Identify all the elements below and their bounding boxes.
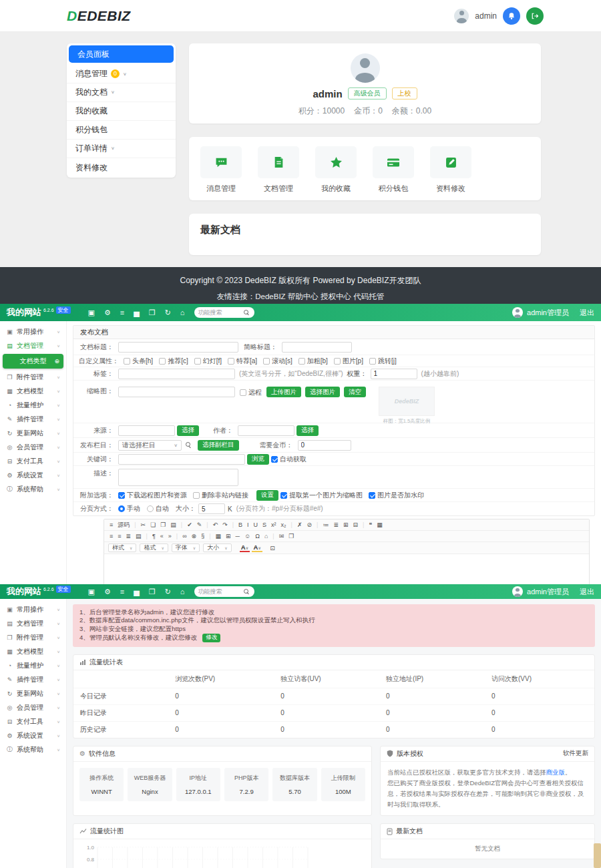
attr-checkbox[interactable]: 头条[h] xyxy=(124,357,153,366)
security-badge[interactable]: 安全 xyxy=(56,306,71,314)
editor-tool-button[interactable]: ≡ xyxy=(116,533,122,539)
editor-style-select[interactable]: 样式∨ xyxy=(108,544,136,552)
admin-avatar-icon[interactable] xyxy=(512,307,523,318)
coin-input[interactable] xyxy=(298,440,351,451)
tags-input[interactable] xyxy=(118,369,235,379)
doc-title-input[interactable] xyxy=(118,342,238,353)
editor-tool-button[interactable]: | xyxy=(290,521,294,528)
topbar-nav-icon[interactable]: ↻ xyxy=(165,308,171,317)
admin-logout-link[interactable]: 退出 xyxy=(580,308,594,318)
sidebar-item-member-panel[interactable]: 会员面板 xyxy=(69,45,174,63)
admin-sidebar-item[interactable]: ⓘ 系统帮助 ∨ xyxy=(0,742,66,756)
topbar-nav-icon[interactable]: ▅ xyxy=(134,308,139,317)
editor-tool-button[interactable]: B xyxy=(237,521,244,528)
topbar-nav-icon[interactable]: ⌂ xyxy=(180,588,185,596)
paging-auto-radio[interactable]: 自动 xyxy=(147,504,169,513)
editor-tool-button[interactable]: | xyxy=(205,521,209,528)
editor-tool-button[interactable]: | xyxy=(271,533,275,539)
upload-image-button[interactable]: 上传图片 xyxy=(266,387,301,397)
search-input[interactable] xyxy=(198,588,241,595)
editor-style-select[interactable]: 格式∨ xyxy=(140,544,168,552)
setting-button[interactable]: 设置 xyxy=(256,490,278,501)
source-select-button[interactable]: 选择 xyxy=(177,425,199,436)
admin-sidebar-item[interactable]: ▦ 文档模型 ∨ xyxy=(0,384,66,398)
modify-button[interactable]: 修改 xyxy=(202,634,220,642)
sidebar-item-profile-edit[interactable]: 资料修改 xyxy=(67,158,176,177)
admin-sidebar-item[interactable]: ↻ 更新网站 ∨ xyxy=(0,426,66,440)
editor-tool-button[interactable]: ∞ xyxy=(181,533,188,539)
admin-username[interactable]: admin管理员 xyxy=(527,308,569,318)
editor-tool-button[interactable]: | xyxy=(180,521,184,528)
admin-sidebar-item[interactable]: ▣ 常用操作 ∨ xyxy=(0,324,66,339)
editor-tool-button[interactable]: Ω xyxy=(254,533,261,539)
editor-tool-button[interactable]: ❝ xyxy=(367,521,373,528)
topbar-nav-icon[interactable]: ⌂ xyxy=(180,308,185,317)
editor-tool-button[interactable]: ≔ xyxy=(321,521,330,528)
editor-tool-button[interactable]: | xyxy=(361,521,365,528)
dedebiz-logo[interactable]: DEDEBIZ xyxy=(67,8,131,24)
highlight-color-button[interactable]: A∨ xyxy=(252,544,262,552)
topbar-nav-icon[interactable]: ≡ xyxy=(120,588,124,596)
admin-search-box[interactable] xyxy=(194,586,254,597)
extract-thumb-checkbox[interactable]: 提取第一个图片为缩略图 xyxy=(280,491,363,500)
auto-fetch-checkbox[interactable]: 自动获取 xyxy=(271,455,307,464)
shortcut-profile-edit[interactable]: 资料修改 xyxy=(430,146,471,200)
admin-sidebar-item[interactable]: ◎ 会员管理 ∨ xyxy=(0,700,66,714)
attr-checkbox[interactable]: 推荐[c] xyxy=(159,357,188,366)
admin-sidebar-item[interactable]: ⊟ 支付工具 ∨ xyxy=(0,454,66,468)
remove-links-checkbox[interactable]: 删除非站内链接 xyxy=(193,491,248,500)
author-select-button[interactable]: 选择 xyxy=(296,425,319,436)
admin-sidebar-item[interactable]: ✎ 插件管理 ∨ xyxy=(0,672,66,686)
sidebar-item-points-wallet[interactable]: 积分钱包 xyxy=(67,121,176,140)
weight-input[interactable] xyxy=(371,369,417,379)
topbar-nav-icon[interactable]: ▅ xyxy=(134,588,139,596)
source-input[interactable] xyxy=(118,425,175,436)
scrollbar-thumb[interactable] xyxy=(594,843,601,868)
editor-tool-button[interactable]: | xyxy=(145,533,149,539)
paging-manual-radio[interactable]: 手动 xyxy=(118,504,140,513)
editor-tool-button[interactable]: ❐ xyxy=(159,521,167,528)
topbar-nav-icon[interactable]: ↻ xyxy=(165,588,171,596)
attr-checkbox[interactable]: 特荐[a] xyxy=(228,357,257,366)
editor-tool-button[interactable]: ▤ xyxy=(134,533,143,539)
editor-tool-button[interactable]: x² xyxy=(270,521,278,528)
description-textarea[interactable] xyxy=(118,469,238,486)
software-update-link[interactable]: 软件更新 xyxy=(563,749,588,758)
shortcut-favorites[interactable]: 我的收藏 xyxy=(315,146,357,200)
editor-tool-button[interactable]: S xyxy=(261,521,268,528)
admin-search-box[interactable] xyxy=(194,307,254,318)
admin-sidebar-item[interactable]: ⚙ 系统设置 ∨ xyxy=(0,468,66,482)
editor-tool-button[interactable]: ✔ xyxy=(186,521,194,528)
topbar-nav-icon[interactable]: ⚙ xyxy=(104,588,111,596)
sidebar-submenu-doc-type[interactable]: 文档类型 ⊕ xyxy=(3,354,63,369)
editor-tool-button[interactable]: | xyxy=(315,521,319,528)
admin-sidebar-item[interactable]: ⓘ 系统帮助 ∨ xyxy=(0,482,66,496)
editor-tool-button[interactable]: ▤ xyxy=(169,521,178,528)
editor-tool-button[interactable]: ▦ xyxy=(375,521,384,528)
editor-tool-button[interactable]: ⊘ xyxy=(305,521,313,528)
admin-sidebar-item[interactable]: ⊟ 支付工具 ∨ xyxy=(0,714,66,728)
site-name[interactable]: 我的网站 xyxy=(7,306,41,318)
admin-sidebar-item[interactable]: ◔ 批量维护 ∨ xyxy=(0,658,66,672)
editor-tool-button[interactable]: 源码 xyxy=(116,521,131,529)
watermark-checkbox[interactable]: 图片是否加水印 xyxy=(369,491,424,500)
friend-links[interactable]: 友情连接：DedeBIZ 帮助中心 授权中心 代码托管 xyxy=(0,292,601,302)
editor-tool-button[interactable]: ✎ xyxy=(196,521,204,528)
paging-size-input[interactable] xyxy=(198,503,225,514)
editor-tool-button[interactable]: ⌂ xyxy=(263,533,269,539)
column-select[interactable]: 请选择栏目∨ xyxy=(118,440,182,451)
admin-sidebar-item[interactable]: ❐ 附件管理 ∨ xyxy=(0,370,66,384)
editor-tool-button[interactable]: | xyxy=(175,533,179,539)
editor-style-select[interactable]: 大小∨ xyxy=(203,544,231,552)
editor-tool-button[interactable]: ✂ xyxy=(140,521,148,528)
sidebar-item-my-docs[interactable]: 我的文档∨ xyxy=(67,83,176,102)
topbar-nav-icon[interactable]: ▣ xyxy=(88,588,95,596)
editor-tool-button[interactable]: § xyxy=(200,533,206,539)
admin-sidebar-item[interactable]: ↻ 更新网站 ∨ xyxy=(0,686,66,700)
admin-username[interactable]: admin管理员 xyxy=(527,587,569,597)
header-username[interactable]: admin xyxy=(475,11,497,21)
thumbnail-input[interactable] xyxy=(118,387,235,397)
download-remote-checkbox[interactable]: 下载远程图片和资源 xyxy=(118,491,187,500)
editor-content-area[interactable] xyxy=(104,554,589,584)
editor-style-select[interactable]: 字体∨ xyxy=(172,544,200,552)
